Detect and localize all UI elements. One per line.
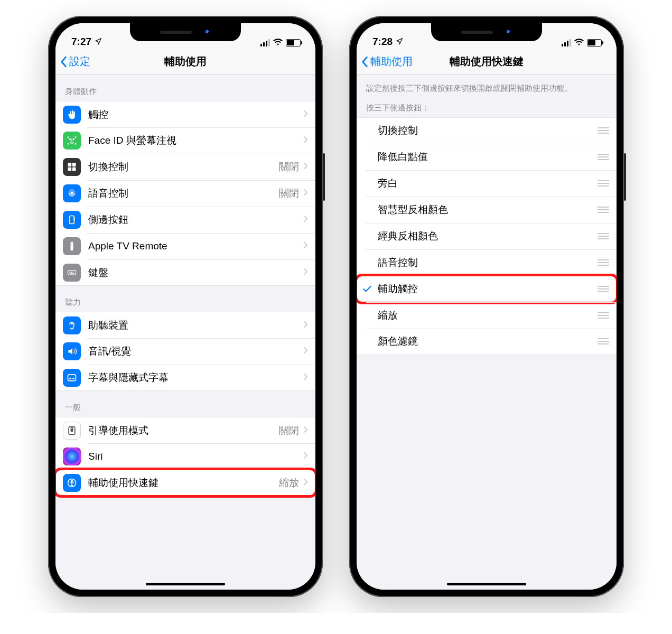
row-accessibility-shortcut[interactable]: 輔助使用快速鍵 縮放 [55, 470, 315, 496]
option-label: 語音控制 [378, 256, 593, 269]
caption-icon [63, 369, 81, 387]
reorder-handle-icon[interactable] [598, 312, 609, 319]
reorder-handle-icon[interactable] [598, 259, 609, 266]
phone-left: 7:27 設定 輔助使用 身體動作 [48, 16, 323, 597]
row-captions[interactable]: 字幕與隱藏式字幕 [55, 365, 315, 391]
remote-icon [63, 237, 81, 255]
row-label: 語音控制 [88, 187, 279, 200]
option-label: 旁白 [378, 176, 593, 190]
chevron-right-icon [303, 135, 308, 146]
reorder-handle-icon[interactable] [598, 338, 609, 344]
audio-icon [63, 342, 81, 360]
voice-icon [63, 184, 81, 202]
option-voice-control[interactable]: 語音控制 [357, 249, 617, 276]
wifi-icon [273, 38, 283, 48]
option-voiceover[interactable]: 旁白 [357, 170, 617, 197]
reorder-handle-icon[interactable] [598, 154, 609, 160]
row-hearing-devices[interactable]: 助聽裝置 [55, 312, 315, 338]
svg-rect-15 [70, 273, 74, 273]
shortcut-list: 切換控制 降低白點值 旁白 智慧型反相顏色 [357, 117, 617, 355]
reorder-handle-icon[interactable] [598, 207, 609, 213]
svg-point-10 [71, 244, 72, 245]
option-zoom[interactable]: 縮放 [357, 302, 617, 329]
notch [130, 23, 241, 41]
screen-left: 7:27 設定 輔助使用 身體動作 [55, 23, 315, 590]
section-header-general: 一般 [55, 391, 315, 417]
svg-rect-20 [71, 429, 72, 431]
row-label: Siri [88, 451, 303, 462]
svg-rect-9 [71, 242, 73, 251]
access-icon [63, 474, 81, 492]
guided-icon [63, 422, 81, 440]
back-label: 設定 [69, 54, 90, 69]
reorder-handle-icon[interactable] [598, 127, 609, 134]
option-label: 經典反相顏色 [378, 229, 593, 243]
svg-rect-17 [69, 378, 71, 379]
row-value: 關閉 [279, 187, 299, 200]
location-icon [95, 38, 102, 46]
shortcut-content[interactable]: 設定然後按三下側邊按鈕來切換開啟或關閉輔助使用功能。 按三下側邊按鈕： 切換控制… [357, 75, 617, 590]
row-value: 關閉 [279, 160, 299, 174]
list-general: 引導使用模式 關閉 Siri 輔助使用快速鍵 縮放 [55, 417, 315, 496]
face-icon [63, 132, 81, 150]
svg-rect-4 [68, 167, 72, 171]
option-switch-control[interactable]: 切換控制 [357, 117, 617, 144]
sidebtn-icon [63, 211, 81, 229]
row-label: 鍵盤 [88, 266, 303, 279]
svg-rect-13 [71, 272, 72, 273]
svg-rect-12 [69, 272, 70, 273]
reorder-handle-icon[interactable] [598, 233, 609, 239]
row-faceid[interactable]: Face ID 與螢幕注視 [55, 127, 315, 154]
chevron-right-icon [303, 451, 308, 462]
signal-icon [260, 39, 270, 46]
chevron-right-icon [303, 478, 308, 488]
option-smart-invert[interactable]: 智慧型反相顏色 [357, 197, 617, 223]
status-time: 7:28 [372, 36, 393, 48]
checkmark-icon [357, 284, 378, 294]
home-indicator[interactable] [447, 583, 526, 585]
reorder-handle-icon[interactable] [598, 286, 609, 292]
option-color-filters[interactable]: 顏色濾鏡 [357, 329, 617, 355]
nav-bar: 輔助使用 輔助使用快速鍵 [357, 49, 617, 75]
home-indicator[interactable] [146, 583, 225, 585]
row-voice-control[interactable]: 語音控制 關閉 [55, 180, 315, 207]
row-siri[interactable]: Siri [55, 443, 315, 470]
row-label: 輔助使用快速鍵 [88, 476, 279, 490]
reorder-handle-icon[interactable] [598, 180, 609, 187]
option-assistive-touch[interactable]: 輔助觸控 [357, 276, 617, 302]
siri-icon [63, 447, 81, 465]
row-touch[interactable]: 觸控 [55, 101, 315, 127]
page-title: 輔助使用 [164, 54, 207, 69]
settings-content[interactable]: 身體動作 觸控 Face ID 與螢幕注視 切換控制 關閉 [55, 75, 315, 590]
row-guided-access[interactable]: 引導使用模式 關閉 [55, 417, 315, 443]
chevron-right-icon [303, 162, 308, 172]
back-button[interactable]: 設定 [60, 49, 90, 74]
chevron-right-icon [303, 215, 308, 225]
section-header-physical: 身體動作 [55, 75, 315, 101]
row-apple-tv-remote[interactable]: Apple TV Remote [55, 233, 315, 259]
svg-point-6 [71, 192, 73, 194]
chevron-right-icon [303, 267, 308, 278]
section-subheader: 按三下側邊按鈕： [357, 98, 617, 117]
row-keyboard[interactable]: 鍵盤 [55, 259, 315, 286]
back-label: 輔助使用 [370, 54, 413, 69]
svg-rect-5 [72, 167, 76, 171]
switch-icon [63, 158, 81, 176]
row-label: 助聽裝置 [88, 319, 303, 332]
list-physical: 觸控 Face ID 與螢幕注視 切換控制 關閉 語音控制 [55, 101, 315, 286]
row-audio-visual[interactable]: 音訊/視覺 [55, 338, 315, 365]
row-switch-control[interactable]: 切換控制 關閉 [55, 154, 315, 180]
wifi-icon [574, 38, 584, 48]
option-reduce-white-point[interactable]: 降低白點值 [357, 144, 617, 170]
svg-rect-2 [68, 163, 72, 167]
option-label: 顏色濾鏡 [378, 334, 593, 348]
nav-bar: 設定 輔助使用 [55, 49, 315, 75]
row-label: 觸控 [88, 108, 303, 122]
chevron-right-icon [303, 425, 308, 436]
option-label: 降低白點值 [378, 150, 593, 164]
svg-rect-3 [72, 163, 76, 167]
row-side-button[interactable]: 側邊按鈕 [55, 207, 315, 233]
back-button[interactable]: 輔助使用 [361, 49, 413, 74]
svg-point-22 [71, 480, 73, 481]
option-classic-invert[interactable]: 經典反相顏色 [357, 223, 617, 249]
